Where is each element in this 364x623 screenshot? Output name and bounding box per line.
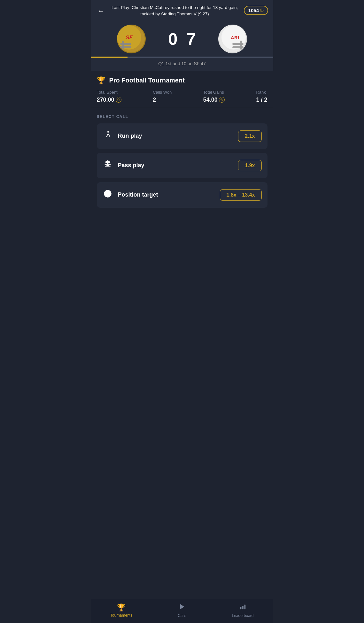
back-button[interactable]: ←: [96, 6, 106, 17]
game-down-text: Q1 1st and 10 on SF 47: [91, 58, 273, 71]
call-card-position-target[interactable]: Position target 1.8x – 13.4x: [97, 182, 267, 208]
score-home: 0: [168, 31, 178, 47]
helmet-sf-svg: SF: [117, 25, 146, 53]
run-icon: [103, 130, 113, 142]
tournament-name: Pro Football Tournament: [109, 77, 185, 84]
svg-rect-10: [232, 46, 244, 48]
select-call-label: SELECT CALL: [97, 114, 267, 119]
svg-text:ARI: ARI: [231, 35, 239, 40]
team-home: SF: [97, 25, 165, 53]
trophy-icon: 🏆: [97, 76, 105, 85]
svg-rect-2: [122, 41, 124, 50]
team-away: ARI: [199, 25, 267, 53]
scoreboard: SF 0 7 ARI: [91, 21, 273, 53]
stat-total-spent-label: Total Spent: [97, 90, 118, 95]
header: ← Last Play: Christian McCaffrey rushed …: [91, 0, 273, 21]
svg-rect-3: [120, 43, 131, 45]
coin-symbol-spent: ©: [116, 97, 121, 103]
stat-total-gains-value: 54.00 ©: [203, 97, 225, 103]
tournament-section: 🏆 Pro Football Tournament Total Spent 27…: [91, 71, 273, 108]
stat-rank-value: 1 / 2: [256, 97, 267, 103]
helmet-sf: SF: [117, 25, 146, 53]
svg-rect-8: [240, 41, 242, 50]
helmet-ari: ARI: [218, 25, 247, 53]
progress-inactive: [128, 57, 273, 58]
call-name-position-target: Position target: [118, 191, 220, 198]
svg-rect-4: [120, 46, 131, 48]
call-name-run-play: Run play: [118, 133, 238, 139]
score-section: 0 7: [165, 31, 199, 47]
stat-rank: Rank 1 / 2: [256, 90, 267, 103]
call-odds-run-play: 2.1x: [238, 130, 261, 142]
stats-row: Total Spent 270.00 © Calls Won 2 Total G…: [97, 90, 267, 103]
coin-symbol-gains: ©: [219, 97, 225, 103]
stat-total-spent: Total Spent 270.00 ©: [97, 90, 121, 103]
last-play-text: Last Play: Christian McCaffrey rushed to…: [106, 4, 244, 18]
call-card-pass-play[interactable]: Pass play 1.9x: [97, 153, 267, 178]
call-odds-pass-play: 1.9x: [238, 160, 261, 171]
helmet-ari-svg: ARI: [218, 25, 247, 53]
svg-point-15: [106, 192, 109, 195]
svg-text:SF: SF: [126, 35, 133, 41]
progress-active: [91, 57, 128, 58]
stat-total-spent-value: 270.00 ©: [97, 97, 121, 103]
tournament-title-row: 🏆 Pro Football Tournament: [97, 76, 267, 85]
call-name-pass-play: Pass play: [118, 162, 238, 169]
progress-bar: [91, 57, 273, 58]
stat-calls-won-label: Calls Won: [153, 90, 172, 95]
position-target-icon: [103, 189, 113, 200]
stat-calls-won: Calls Won 2: [153, 90, 172, 103]
pass-icon: [103, 160, 113, 171]
svg-point-12: [107, 131, 109, 133]
coins-value: 1054: [248, 8, 259, 13]
call-card-run-play[interactable]: Run play 2.1x: [97, 123, 267, 149]
select-call-section: SELECT CALL Run play 2.1x Pass play 1.9x: [91, 108, 273, 218]
call-odds-position-target: 1.8x – 13.4x: [220, 189, 262, 201]
coins-badge: 1054 ©: [244, 6, 268, 15]
svg-rect-9: [232, 43, 244, 45]
score-away: 7: [187, 31, 196, 47]
stat-total-gains: Total Gains 54.00 ©: [203, 90, 225, 103]
stat-calls-won-value: 2: [153, 97, 156, 103]
game-status-bar: Q1 1st and 10 on SF 47: [91, 53, 273, 71]
stat-rank-label: Rank: [256, 90, 266, 95]
stat-total-gains-label: Total Gains: [203, 90, 224, 95]
coins-icon: ©: [260, 8, 263, 13]
